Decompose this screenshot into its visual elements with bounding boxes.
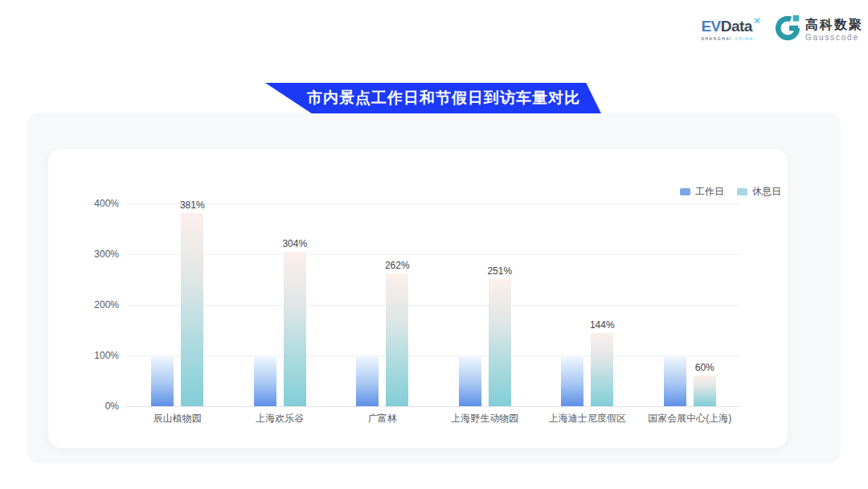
evdata-sub-left: SHANGHAI bbox=[701, 36, 732, 41]
x-tick-label: 上海野生动物园 bbox=[434, 412, 537, 425]
legend-swatch bbox=[737, 188, 747, 195]
chart-title-banner: 市内景点工作日和节假日到访车量对比 bbox=[265, 83, 601, 113]
legend-item-休息日[interactable]: 休息日 bbox=[737, 185, 781, 199]
bar-wrap-休息日: 251% bbox=[489, 279, 511, 406]
bar-休息日 bbox=[591, 333, 613, 406]
gridline-0 bbox=[126, 406, 741, 407]
bar-休息日 bbox=[489, 279, 511, 406]
bar-工作日 bbox=[356, 355, 379, 406]
bar-休息日 bbox=[694, 376, 716, 406]
bar-wrap-休息日: 144% bbox=[591, 333, 613, 406]
evdata-data-text: Data bbox=[721, 18, 752, 34]
bar-wrap-工作日 bbox=[561, 355, 583, 406]
bar-group: 262% bbox=[331, 203, 434, 406]
x-axis: 辰山植物园上海欢乐谷广富林上海野生动物园上海迪士尼度假区国家会展中心(上海) bbox=[126, 412, 741, 425]
evdata-subtitle: SHANGHAI CHINA bbox=[701, 36, 753, 41]
x-tick-label: 上海迪士尼度假区 bbox=[536, 412, 639, 425]
bar-休息日 bbox=[386, 273, 408, 406]
chart-card: 工作日休息日 0%100%200%300%400% 381%304%262%25… bbox=[48, 149, 788, 448]
bar-工作日 bbox=[151, 355, 174, 406]
legend-swatch bbox=[680, 188, 690, 195]
chart-title: 市内景点工作日和节假日到访车量对比 bbox=[286, 88, 580, 109]
y-tick-label: 400% bbox=[63, 198, 119, 209]
bar-休息日 bbox=[181, 213, 203, 406]
bar-value-label: 144% bbox=[590, 319, 615, 331]
bar-value-label: 304% bbox=[282, 238, 307, 249]
bar-wrap-休息日: 262% bbox=[386, 273, 408, 406]
bar-value-label: 381% bbox=[180, 199, 205, 211]
bar-group: 304% bbox=[229, 203, 332, 406]
bar-wrap-休息日: 381% bbox=[181, 213, 203, 406]
bar-工作日 bbox=[459, 355, 481, 406]
bar-value-label: 262% bbox=[385, 260, 410, 271]
bar-group: 144% bbox=[536, 203, 639, 406]
bar-group: 60% bbox=[639, 203, 742, 406]
bar-series: 381%304%262%251%144%60% bbox=[126, 203, 741, 406]
evdata-wordmark: EV Data ✕ bbox=[701, 18, 761, 34]
chart-panel: 工作日休息日 0%100%200%300%400% 381%304%262%25… bbox=[27, 113, 841, 463]
bar-group: 251% bbox=[434, 203, 537, 406]
legend-label: 休息日 bbox=[752, 185, 781, 199]
bar-wrap-工作日 bbox=[459, 355, 481, 406]
bar-group: 381% bbox=[126, 203, 229, 406]
gausscode-text: 高科数聚 Gausscode bbox=[805, 18, 863, 42]
legend-item-工作日[interactable]: 工作日 bbox=[680, 185, 724, 199]
bar-wrap-工作日 bbox=[356, 355, 379, 406]
legend-label: 工作日 bbox=[695, 185, 724, 199]
bar-wrap-工作日 bbox=[254, 355, 276, 406]
evdata-logo: EV Data ✕ SHANGHAI CHINA bbox=[701, 18, 761, 41]
bar-wrap-工作日 bbox=[664, 355, 686, 406]
bar-工作日 bbox=[254, 355, 276, 406]
evdata-ev-text: EV bbox=[701, 18, 720, 34]
gausscode-logo: 高科数聚 Gausscode bbox=[774, 14, 863, 45]
y-axis: 0%100%200%300%400% bbox=[63, 203, 119, 406]
y-tick-label: 200% bbox=[63, 299, 119, 310]
bar-wrap-休息日: 304% bbox=[284, 252, 306, 406]
chart-legend: 工作日休息日 bbox=[680, 185, 781, 199]
evdata-x-icon: ✕ bbox=[753, 16, 761, 26]
x-tick-label: 国家会展中心(上海) bbox=[639, 412, 742, 425]
bar-休息日 bbox=[284, 252, 306, 406]
x-tick-label: 上海欢乐谷 bbox=[229, 412, 332, 425]
evdata-sub-right: CHINA bbox=[735, 36, 754, 41]
gausscode-cn-name: 高科数聚 bbox=[805, 18, 863, 32]
y-tick-label: 100% bbox=[63, 350, 119, 361]
bar-工作日 bbox=[664, 355, 686, 406]
bar-value-label: 251% bbox=[487, 265, 512, 277]
bar-wrap-工作日 bbox=[151, 355, 174, 406]
y-tick-label: 300% bbox=[63, 249, 119, 260]
bar-value-label: 60% bbox=[695, 362, 714, 373]
bar-工作日 bbox=[561, 355, 583, 406]
bar-wrap-休息日: 60% bbox=[694, 376, 716, 406]
x-tick-label: 辰山植物园 bbox=[126, 412, 229, 425]
plot-area: 381%304%262%251%144%60% bbox=[126, 203, 741, 406]
header-logos: EV Data ✕ SHANGHAI CHINA 高科数聚 Gausscode bbox=[701, 14, 863, 45]
gausscode-g-icon bbox=[774, 14, 801, 45]
gausscode-en-name: Gausscode bbox=[805, 33, 863, 42]
x-tick-label: 广富林 bbox=[331, 412, 434, 425]
y-tick-label: 0% bbox=[63, 401, 119, 412]
